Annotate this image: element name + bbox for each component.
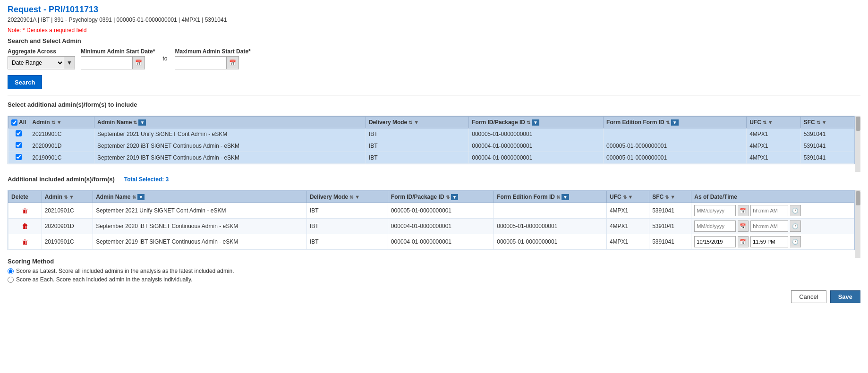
row-form-edition: 000005-01-0000000001 <box>604 140 747 152</box>
lower-delivery-sort-icon[interactable]: ⇅ <box>349 195 353 200</box>
aggregate-select[interactable]: Date Range <box>8 56 64 69</box>
as-of-date-icon[interactable]: 📅 <box>738 220 749 232</box>
lower-ufc-sort-icon[interactable]: ⇅ <box>623 195 627 200</box>
row-checkbox-cell[interactable] <box>9 128 29 140</box>
admin-sort-icon[interactable]: ⇅ <box>51 120 55 125</box>
col-admin-name: Admin Name ⇅ ▼ <box>94 117 366 128</box>
aggregate-dropdown-icon[interactable]: ▼ <box>64 56 75 69</box>
min-date-label: Minimum Admin Start Date* <box>81 48 155 55</box>
lower-sfc-filter-icon[interactable]: ▼ <box>670 194 675 200</box>
lower-formid-filter-icon[interactable]: ▼ <box>451 194 459 200</box>
row-as-of: 📅 🕐 <box>691 234 854 250</box>
select-all-checkbox[interactable] <box>11 119 17 126</box>
min-date-input[interactable]: 09/01/2019 <box>81 56 133 69</box>
row-as-of: 📅 🕐 <box>691 203 854 219</box>
as-of-date-icon[interactable]: 📅 <box>738 205 749 216</box>
aggregate-label: Aggregate Across <box>8 48 75 55</box>
admin-name-filter-icon[interactable]: ▼ <box>138 119 146 126</box>
col-form-id: Form ID/Package ID ⇅ ▼ <box>469 117 604 128</box>
col-sfc: SFC ⇅ ▼ <box>800 117 854 128</box>
row-sfc: 5391041 <box>800 152 854 164</box>
lower-formedition-sort-icon[interactable]: ⇅ <box>556 195 560 200</box>
lower-formid-sort-icon[interactable]: ⇅ <box>446 195 450 200</box>
ufc-filter-icon[interactable]: ▼ <box>768 119 773 125</box>
row-ufc: 4MPX1 <box>606 219 649 234</box>
row-admin: 20190901C <box>42 234 93 250</box>
delivery-sort-icon[interactable]: ⇅ <box>408 120 412 125</box>
search-button[interactable]: Search <box>8 75 42 89</box>
lower-admin-sort-icon[interactable]: ⇅ <box>64 195 68 200</box>
col-lower-formedition: Form Edition Form ID ⇅ ▼ <box>494 191 607 203</box>
formid-filter-icon[interactable]: ▼ <box>532 119 539 126</box>
lower-adminname-filter-icon[interactable]: ▼ <box>137 194 145 200</box>
row-admin: 20200901D <box>29 140 94 152</box>
formid-sort-icon[interactable]: ⇅ <box>527 120 530 125</box>
row-admin-name: September 2020 iBT SiGNET Continuous Adm… <box>94 140 366 152</box>
lower-formedition-filter-icon[interactable]: ▼ <box>562 194 569 200</box>
row-delivery-mode: IBT <box>306 203 388 219</box>
row-checkbox-cell[interactable] <box>9 152 29 164</box>
row-form-edition: 000005-01-0000000001 <box>604 152 747 164</box>
lower-adminname-sort-icon[interactable]: ⇅ <box>132 195 136 200</box>
row-admin: 20210901C <box>29 128 94 140</box>
row-sfc: 5391041 <box>649 234 691 250</box>
col-delivery-mode: Delivery Mode ⇅ ▼ <box>366 117 468 128</box>
row-delete-cell[interactable]: 🗑 <box>9 203 42 219</box>
as-of-time-icon[interactable]: 🕐 <box>790 236 801 247</box>
row-form-id: 000004-01-0000000001 <box>469 140 604 152</box>
row-checkbox[interactable] <box>16 154 22 160</box>
as-of-time-input[interactable] <box>750 236 788 247</box>
lower-admin-filter-icon[interactable]: ▼ <box>69 194 74 200</box>
max-date-calendar-icon[interactable]: 📅 <box>227 56 239 69</box>
row-checkbox-cell[interactable] <box>9 140 29 152</box>
cancel-button[interactable]: Cancel <box>791 290 826 303</box>
ufc-sort-icon[interactable]: ⇅ <box>763 120 766 125</box>
row-form-id: 000005-01-0000000001 <box>388 203 494 219</box>
scoring-radio-latest[interactable] <box>8 268 14 274</box>
row-admin: 20210901C <box>42 203 93 219</box>
lower-sfc-sort-icon[interactable]: ⇅ <box>665 195 669 200</box>
delete-icon[interactable]: 🗑 <box>22 222 28 230</box>
row-form-id: 000004-01-0000000001 <box>388 219 494 234</box>
row-ufc: 4MPX1 <box>747 128 801 140</box>
scoring-option-latest[interactable]: Score as Latest. Score all included admi… <box>8 268 860 274</box>
row-checkbox[interactable] <box>16 130 22 136</box>
delete-icon[interactable]: 🗑 <box>22 207 28 214</box>
row-delete-cell[interactable]: 🗑 <box>9 234 42 250</box>
sfc-sort-icon[interactable]: ⇅ <box>817 120 820 125</box>
row-admin-name: September 2020 iBT SiGNET Continuous Adm… <box>93 219 307 234</box>
as-of-time-input[interactable] <box>750 205 788 216</box>
min-date-calendar-icon[interactable]: 📅 <box>133 56 145 69</box>
sfc-filter-icon[interactable]: ▼ <box>822 119 827 125</box>
row-sfc: 5391041 <box>649 203 691 219</box>
as-of-date-input[interactable] <box>694 220 736 232</box>
lower-ufc-filter-icon[interactable]: ▼ <box>628 194 633 200</box>
row-sfc: 5391041 <box>800 128 854 140</box>
as-of-time-input[interactable] <box>750 220 788 232</box>
scoring-label-latest: Score as Latest. Score all included admi… <box>16 268 234 274</box>
row-delete-cell[interactable]: 🗑 <box>9 219 42 234</box>
as-of-time-icon[interactable]: 🕐 <box>790 220 801 232</box>
save-button[interactable]: Save <box>830 290 860 303</box>
page-title: Request - PRI/1011713 <box>8 5 860 15</box>
row-form-id: 000004-01-0000000001 <box>469 152 604 164</box>
row-as-of: 📅 🕐 <box>691 219 854 234</box>
admin-name-sort-icon[interactable]: ⇅ <box>133 120 137 125</box>
lower-delivery-filter-icon[interactable]: ▼ <box>355 194 360 200</box>
max-date-input[interactable]: 06/16/2023 <box>175 56 227 69</box>
as-of-date-input[interactable] <box>694 236 736 247</box>
row-sfc: 5391041 <box>649 219 691 234</box>
scoring-radio-each[interactable] <box>8 277 14 283</box>
delete-icon[interactable]: 🗑 <box>22 238 28 246</box>
as-of-date-input[interactable] <box>694 205 736 216</box>
formedition-sort-icon[interactable]: ⇅ <box>666 120 670 125</box>
admin-filter-icon[interactable]: ▼ <box>57 119 62 125</box>
delivery-filter-icon[interactable]: ▼ <box>414 119 419 125</box>
formedition-filter-icon[interactable]: ▼ <box>671 119 679 126</box>
as-of-time-icon[interactable]: 🕐 <box>790 205 801 216</box>
row-checkbox[interactable] <box>16 142 22 148</box>
table-row: 🗑 20190901C September 2019 iBT SiGNET Co… <box>9 234 854 250</box>
row-form-edition: 000005-01-0000000001 <box>494 234 607 250</box>
as-of-date-icon[interactable]: 📅 <box>738 236 749 247</box>
scoring-option-each[interactable]: Score as Each. Score each included admin… <box>8 276 860 283</box>
